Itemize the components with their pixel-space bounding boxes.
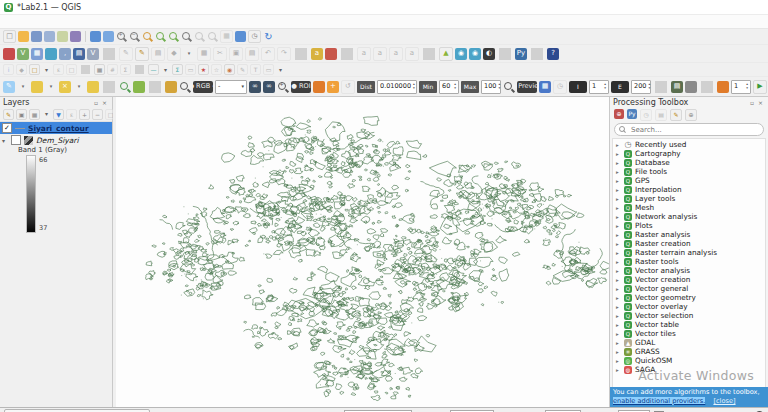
scp-bandset-icon[interactable] <box>717 81 729 93</box>
plugin-warning-icon[interactable]: ▲ <box>439 47 453 61</box>
temporal-controller-icon[interactable]: ◷ <box>248 30 261 43</box>
vertex-dropdown-icon[interactable]: ▾ <box>183 48 195 60</box>
toolbox-group-raster-creation[interactable]: ▸ Q Raster creation <box>613 239 765 248</box>
scp-rgb-combo[interactable]: - <box>215 80 247 94</box>
undo-icon[interactable]: ↶ <box>261 47 275 61</box>
expand-arrow-icon[interactable]: ▸ <box>616 160 621 166</box>
scp-band-input[interactable]: 1 <box>731 80 751 94</box>
scripts-icon[interactable]: Py <box>627 109 637 119</box>
scp-t-input[interactable]: 1 <box>589 80 609 94</box>
highlight-labels-icon[interactable]: a <box>373 47 387 61</box>
add-group-icon[interactable] <box>31 81 43 93</box>
scp-undo-icon[interactable]: ↺ <box>341 80 355 94</box>
scp-preview-zoom-icon[interactable] <box>503 81 515 93</box>
move-label-icon[interactable]: a <box>389 47 403 61</box>
select-features-icon[interactable]: □ <box>29 64 40 75</box>
sum-features-icon[interactable]: Σ <box>172 64 183 75</box>
sep[interactable] <box>341 48 353 60</box>
add-group-icon[interactable]: ▣ <box>16 109 27 120</box>
sep[interactable] <box>701 81 713 93</box>
sep[interactable] <box>103 81 115 93</box>
expand-arrow-icon[interactable]: ▸ <box>616 286 621 292</box>
paste-features-icon[interactable]: ▤ <box>245 47 259 61</box>
toolbox-group-plots[interactable]: ▸ Q Plots <box>613 221 765 230</box>
zoom-full-icon[interactable] <box>142 31 153 42</box>
python-console-icon[interactable]: Py <box>515 48 527 60</box>
expand-arrow-icon[interactable]: ▸ <box>616 142 621 148</box>
results-viewer-icon[interactable]: ▤ <box>655 109 667 121</box>
options-icon[interactable]: ⊕ <box>685 109 697 121</box>
expand-arrow-icon[interactable]: ▸ <box>616 187 621 193</box>
toolbox-group-vector-tiles[interactable]: ▸ Q Vector tiles <box>613 329 765 338</box>
toolbox-group-cartography[interactable]: ▸ Q Cartography <box>613 149 765 158</box>
refresh-icon[interactable]: ↻ <box>263 31 274 42</box>
sep[interactable] <box>103 48 115 60</box>
zoom-out-icon[interactable]: − <box>129 31 140 42</box>
toolbox-group-recently-used[interactable]: ▸ ◷ Recently used <box>613 140 765 149</box>
toolbox-group-layer-tools[interactable]: ▸ Q Layer tools <box>613 194 765 203</box>
map-tips-icon[interactable]: ▭ <box>185 64 196 75</box>
expand-arrow-icon[interactable]: ▾ <box>2 137 8 144</box>
new-map-view-icon[interactable]: ▦ <box>220 30 233 43</box>
scp-roi-pointer-icon[interactable]: + <box>327 81 339 93</box>
sep[interactable] <box>135 65 144 74</box>
style-manager-icon[interactable] <box>70 31 81 42</box>
filter-expression-icon[interactable]: ε <box>66 109 77 120</box>
toolbox-group-vector-general[interactable]: ▸ Q Vector general <box>613 284 765 293</box>
zoom-resolution-icon[interactable] <box>119 81 131 93</box>
search-input[interactable] <box>629 125 759 135</box>
expand-arrow-icon[interactable]: ▸ <box>616 313 621 319</box>
save-template-icon[interactable] <box>57 31 68 42</box>
save-layer-edits-icon[interactable]: ▤ <box>151 47 165 61</box>
group-dropdown-icon[interactable]: ▾ <box>45 81 57 93</box>
toolbox-group-vector-table[interactable]: ▸ Q Vector table <box>613 320 765 329</box>
scp-zoom-icon[interactable] <box>179 81 191 93</box>
expand-arrow-icon[interactable]: ▸ <box>616 340 621 346</box>
expand-arrow-icon[interactable]: ▸ <box>616 349 621 355</box>
expand-arrow-icon[interactable]: ▸ <box>616 241 621 247</box>
edit-in-place-icon[interactable]: ✎ <box>670 109 682 121</box>
sep[interactable] <box>85 31 86 42</box>
toolbox-group-raster-terrain-analysis[interactable]: ▸ Q Raster terrain analysis <box>613 248 765 257</box>
models-icon[interactable]: ⊕ <box>614 109 624 119</box>
zoom-next-icon[interactable] <box>207 31 218 42</box>
toolbox-group-vector-geometry[interactable]: ▸ Q Vector geometry <box>613 293 765 302</box>
measure-line-icon[interactable]: — <box>148 64 159 75</box>
expand-arrow-icon[interactable]: ▸ <box>616 214 621 220</box>
show-bookmarks-icon[interactable]: ☆ <box>211 64 222 75</box>
current-edits-icon[interactable]: ✎ <box>119 47 133 61</box>
scp-min-input[interactable]: 60 <box>439 80 459 94</box>
annotation-icon[interactable]: ✎ <box>237 64 248 75</box>
annotation-dropdown-icon[interactable]: ▾ <box>276 65 285 74</box>
undock-panel-icon[interactable]: ▫ <box>92 99 100 106</box>
scp-dist-badge[interactable]: Dist <box>357 81 375 93</box>
toolbox-group-quickosm[interactable]: ▸ ◎ QuickOSM <box>613 356 765 365</box>
save-project-icon[interactable] <box>31 31 42 42</box>
diagram-options-icon[interactable] <box>325 48 337 60</box>
zoom-to-layer-icon[interactable] <box>168 31 179 42</box>
scp-pointer-zoom-icon[interactable]: + <box>277 81 289 93</box>
identify-features-icon[interactable]: i <box>3 64 14 75</box>
close-panel-icon[interactable]: × <box>100 99 109 106</box>
expand-arrow-icon[interactable]: ▸ <box>616 250 621 256</box>
toolbox-group-grass[interactable]: ▸ ✳ GRASS <box>613 347 765 356</box>
scp-preview-button[interactable]: ● Preview <box>517 81 537 93</box>
new-project-icon[interactable]: □ <box>3 30 16 43</box>
scp-dist-input[interactable]: 0.010000 <box>377 80 417 94</box>
expand-arrow-icon[interactable]: ▸ <box>616 178 621 184</box>
layer-styling-icon[interactable]: ✎ <box>3 81 15 93</box>
layer-item-dem-siyari[interactable]: ▾ . Dem_Siyari <box>0 134 112 146</box>
scp-e-input[interactable]: 200 <box>631 80 651 94</box>
scp-camera-icon[interactable] <box>685 81 697 93</box>
toggle-editing-icon[interactable]: ✎ <box>135 47 149 61</box>
open-project-icon[interactable] <box>18 31 29 42</box>
text-annotation-icon[interactable]: T <box>250 64 261 75</box>
expand-arrow-icon[interactable]: ▸ <box>616 268 621 274</box>
toolbox-group-database[interactable]: ▸ Q Database <box>613 158 765 167</box>
rotate-label-icon[interactable]: a <box>405 47 419 61</box>
expand-arrow-icon[interactable]: ▸ <box>616 259 621 265</box>
scp-rgb-button[interactable]: ● RGB = <box>193 81 213 93</box>
scp-run-icon[interactable]: ▶ <box>753 80 767 94</box>
scp-roi-polygon-icon[interactable] <box>313 81 325 93</box>
toolbox-group-vector-analysis[interactable]: ▸ Q Vector analysis <box>613 266 765 275</box>
